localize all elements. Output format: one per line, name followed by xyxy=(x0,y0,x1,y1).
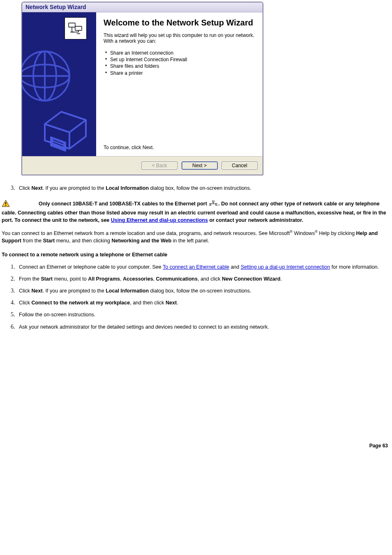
text-bold: Accessories xyxy=(123,276,153,282)
list-item: Follow the on-screen instructions. xyxy=(16,309,390,320)
text: in the left panel. xyxy=(171,238,209,244)
wizard-titlebar: Network Setup Wizard xyxy=(22,2,263,12)
text: Click xyxy=(19,300,32,306)
registered-symbol: ® xyxy=(290,230,293,234)
next-button[interactable]: Next > xyxy=(182,161,218,170)
text-bold: Next xyxy=(32,185,43,191)
text-bold: Start xyxy=(43,238,55,244)
text: or contact your network administrator. xyxy=(208,217,303,223)
cancel-button[interactable]: Cancel xyxy=(221,161,258,170)
text: , and click xyxy=(198,276,222,282)
caution-text: Only connect 10BASE-T and 100BASE-TX cab… xyxy=(2,201,386,223)
wizard-bullet: Share an Internet connection xyxy=(105,50,257,56)
section-heading: To connect to a remote network using a t… xyxy=(2,252,390,258)
list-item: Click Next. If you are prompted to the L… xyxy=(16,182,390,194)
svg-rect-8 xyxy=(209,204,211,205)
text: Connect an Ethernet or telephone cable t… xyxy=(19,264,163,270)
text-bold: Connect to the network at my workplace xyxy=(32,300,130,306)
text-bold: All Programs xyxy=(88,276,120,282)
text: menu, and then clicking xyxy=(55,238,111,244)
text-bold: Local Information xyxy=(106,288,149,294)
list-item: Click Connect to the network at my workp… xyxy=(16,297,390,309)
text: Help by clicking xyxy=(318,230,356,236)
text: , xyxy=(120,276,123,282)
text: from the xyxy=(21,238,43,244)
globe-icon xyxy=(22,47,74,105)
text: and xyxy=(229,264,241,270)
list-item: Ask your network administrator for the d… xyxy=(16,321,390,333)
registered-symbol: ® xyxy=(315,230,318,234)
caution-block: Only connect 10BASE-T and 100BASE-TX cab… xyxy=(2,200,390,224)
wizard-bullet: Share files and folders xyxy=(105,63,257,69)
text-bold: Start xyxy=(41,276,53,282)
text: . xyxy=(177,300,178,306)
text: Windows xyxy=(293,230,315,236)
text: , xyxy=(153,276,156,282)
svg-rect-1 xyxy=(75,26,82,30)
text-bold: Local Information xyxy=(106,185,149,191)
wizard-heading: Welcome to the Network Setup Wizard xyxy=(104,18,257,28)
svg-rect-6 xyxy=(5,205,6,206)
list-item: Click Next. If you are prompted to the L… xyxy=(16,285,390,297)
wizard-bullet: Share a printer xyxy=(105,70,257,76)
step-list-second: Connect an Ethernet or telephone cable t… xyxy=(2,261,390,333)
wizard-continue-text: To continue, click Next. xyxy=(104,145,257,153)
wizard-intro-text: This wizard will help you set up this co… xyxy=(104,32,257,44)
text-bold: Networking and the Web xyxy=(111,238,171,244)
back-button: < Back xyxy=(141,161,178,170)
text: for more information. xyxy=(330,264,379,270)
svg-rect-9 xyxy=(216,204,217,205)
text: Click xyxy=(19,185,32,191)
ethernet-port-icon xyxy=(209,200,217,208)
text: . If you are prompted to the xyxy=(43,185,106,191)
text-bold: New Connection Wizard xyxy=(222,276,280,282)
list-item: Connect an Ethernet or telephone cable t… xyxy=(16,261,390,273)
remote-paragraph: You can connect to an Ethernet network f… xyxy=(2,229,390,244)
wizard-content: Welcome to the Network Setup Wizard This… xyxy=(96,12,263,156)
svg-rect-0 xyxy=(69,23,75,27)
wizard-body: Welcome to the Network Setup Wizard This… xyxy=(22,12,263,156)
text: , and then click xyxy=(130,300,166,306)
list-item: From the Start menu, point to All Progra… xyxy=(16,273,390,285)
printer-icon xyxy=(37,108,90,153)
ethernet-dialup-link[interactable]: Using Ethernet and dial-up connections xyxy=(111,217,208,223)
text: Click xyxy=(19,288,32,294)
text: . xyxy=(280,276,281,282)
svg-rect-7 xyxy=(212,200,214,202)
svg-rect-5 xyxy=(5,202,6,204)
wizard-bullet-list: Share an Internet connection Set up Inte… xyxy=(104,50,257,76)
document-body: Click Next. If you are prompted to the L… xyxy=(2,182,390,452)
text-bold: Next xyxy=(32,288,43,294)
text: dialog box, follow the on-screen instruc… xyxy=(149,185,251,191)
text: You can connect to an Ethernet network f… xyxy=(2,230,290,236)
text: dialog box, follow the on-screen instruc… xyxy=(149,288,251,294)
text: menu, point to xyxy=(53,276,88,282)
page-number: Page 63 xyxy=(2,440,390,452)
text: From the xyxy=(19,276,41,282)
wizard-bullet: Set up Internet Connection Firewall xyxy=(105,56,257,63)
network-computers-icon xyxy=(65,17,87,39)
step-list-first: Click Next. If you are prompted to the L… xyxy=(2,182,390,194)
text-bold: Communications xyxy=(156,276,198,282)
text-bold: Next xyxy=(166,300,177,306)
network-setup-wizard-dialog: Network Setup Wizard xyxy=(21,2,263,175)
wizard-sidebar-graphic xyxy=(22,12,96,156)
text: . If you are prompted to the xyxy=(43,288,106,294)
connect-ethernet-link[interactable]: To connect an Ethernet cable xyxy=(163,264,229,270)
wizard-footer: < Back Next > Cancel xyxy=(22,156,263,175)
text: Only connect 10BASE-T and 100BASE-TX cab… xyxy=(39,201,208,207)
warning-icon xyxy=(2,200,10,209)
dialup-setup-link[interactable]: Setting up a dial-up Internet connection xyxy=(241,264,330,270)
